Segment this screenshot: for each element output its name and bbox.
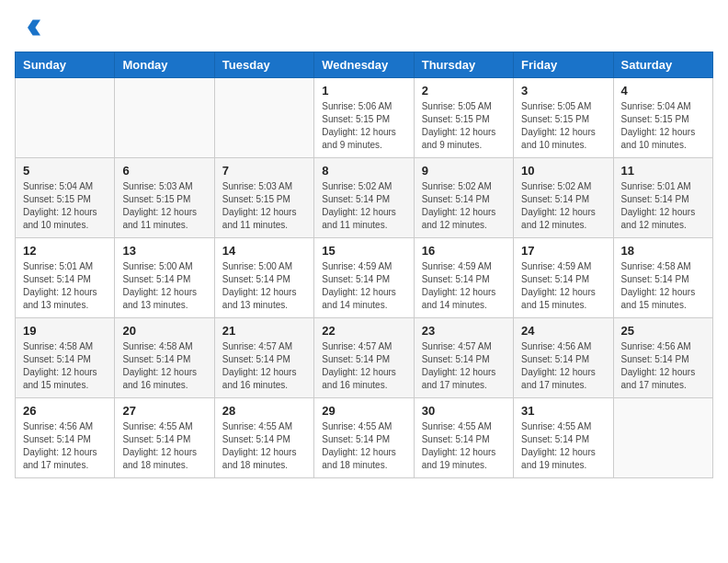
calendar-cell: 1Sunrise: 5:06 AM Sunset: 5:15 PM Daylig…	[314, 78, 414, 158]
day-info: Sunrise: 4:59 AM Sunset: 5:14 PM Dayligh…	[521, 260, 605, 312]
day-info: Sunrise: 4:57 AM Sunset: 5:14 PM Dayligh…	[422, 340, 506, 392]
calendar-cell: 10Sunrise: 5:02 AM Sunset: 5:14 PM Dayli…	[514, 158, 613, 238]
day-info: Sunrise: 5:02 AM Sunset: 5:14 PM Dayligh…	[322, 180, 405, 232]
svg-marker-0	[28, 20, 40, 36]
calendar-week-row: 12Sunrise: 5:01 AM Sunset: 5:14 PM Dayli…	[16, 238, 713, 318]
day-info: Sunrise: 5:04 AM Sunset: 5:15 PM Dayligh…	[23, 180, 107, 232]
day-info: Sunrise: 4:56 AM Sunset: 5:14 PM Dayligh…	[521, 340, 605, 392]
day-number: 30	[422, 404, 506, 418]
calendar-cell: 31Sunrise: 4:55 AM Sunset: 5:14 PM Dayli…	[514, 398, 613, 478]
day-number: 14	[222, 244, 306, 258]
day-number: 17	[521, 244, 605, 258]
calendar-cell: 24Sunrise: 4:56 AM Sunset: 5:14 PM Dayli…	[514, 318, 613, 398]
day-number: 25	[621, 324, 705, 338]
day-number: 10	[521, 164, 605, 178]
calendar-cell: 5Sunrise: 5:04 AM Sunset: 5:15 PM Daylig…	[16, 158, 115, 238]
day-number: 20	[122, 324, 206, 338]
day-info: Sunrise: 4:55 AM Sunset: 5:14 PM Dayligh…	[222, 420, 306, 472]
day-number: 1	[322, 84, 405, 98]
day-number: 18	[621, 244, 705, 258]
day-info: Sunrise: 4:58 AM Sunset: 5:14 PM Dayligh…	[23, 340, 107, 392]
calendar-cell: 21Sunrise: 4:57 AM Sunset: 5:14 PM Dayli…	[214, 318, 313, 398]
calendar-week-row: 19Sunrise: 4:58 AM Sunset: 5:14 PM Dayli…	[16, 318, 713, 398]
day-info: Sunrise: 5:00 AM Sunset: 5:14 PM Dayligh…	[122, 260, 206, 312]
calendar-cell: 20Sunrise: 4:58 AM Sunset: 5:14 PM Dayli…	[115, 318, 214, 398]
calendar-cell: 11Sunrise: 5:01 AM Sunset: 5:14 PM Dayli…	[613, 158, 712, 238]
day-info: Sunrise: 5:02 AM Sunset: 5:14 PM Dayligh…	[422, 180, 506, 232]
day-number: 8	[322, 164, 405, 178]
col-header-saturday: Saturday	[613, 52, 712, 78]
day-info: Sunrise: 4:58 AM Sunset: 5:14 PM Dayligh…	[621, 260, 705, 312]
day-number: 7	[222, 164, 306, 178]
day-info: Sunrise: 4:56 AM Sunset: 5:14 PM Dayligh…	[23, 420, 107, 472]
day-number: 29	[322, 404, 405, 418]
calendar-cell: 26Sunrise: 4:56 AM Sunset: 5:14 PM Dayli…	[16, 398, 115, 478]
calendar-cell: 8Sunrise: 5:02 AM Sunset: 5:14 PM Daylig…	[314, 158, 414, 238]
day-number: 24	[521, 324, 605, 338]
calendar-cell: 18Sunrise: 4:58 AM Sunset: 5:14 PM Dayli…	[613, 238, 712, 318]
page-header	[15, 15, 713, 40]
day-number: 11	[621, 164, 705, 178]
day-number: 12	[23, 244, 107, 258]
col-header-tuesday: Tuesday	[214, 52, 313, 78]
calendar-cell: 23Sunrise: 4:57 AM Sunset: 5:14 PM Dayli…	[414, 318, 513, 398]
day-number: 15	[322, 244, 405, 258]
col-header-friday: Friday	[514, 52, 613, 78]
calendar-week-row: 1Sunrise: 5:06 AM Sunset: 5:15 PM Daylig…	[16, 78, 713, 158]
calendar-cell: 28Sunrise: 4:55 AM Sunset: 5:14 PM Dayli…	[214, 398, 313, 478]
day-info: Sunrise: 4:56 AM Sunset: 5:14 PM Dayligh…	[621, 340, 705, 392]
calendar-cell: 25Sunrise: 4:56 AM Sunset: 5:14 PM Dayli…	[613, 318, 712, 398]
calendar-table: SundayMondayTuesdayWednesdayThursdayFrid…	[15, 52, 713, 478]
day-number: 19	[23, 324, 107, 338]
calendar-week-row: 5Sunrise: 5:04 AM Sunset: 5:15 PM Daylig…	[16, 158, 713, 238]
day-info: Sunrise: 4:59 AM Sunset: 5:14 PM Dayligh…	[322, 260, 405, 312]
day-info: Sunrise: 4:55 AM Sunset: 5:14 PM Dayligh…	[521, 420, 605, 472]
day-number: 21	[222, 324, 306, 338]
day-info: Sunrise: 4:55 AM Sunset: 5:14 PM Dayligh…	[422, 420, 506, 472]
calendar-cell: 14Sunrise: 5:00 AM Sunset: 5:14 PM Dayli…	[214, 238, 313, 318]
calendar-cell: 27Sunrise: 4:55 AM Sunset: 5:14 PM Dayli…	[115, 398, 214, 478]
day-info: Sunrise: 4:55 AM Sunset: 5:14 PM Dayligh…	[322, 420, 405, 472]
day-number: 27	[122, 404, 206, 418]
logo	[15, 15, 44, 40]
day-number: 22	[322, 324, 405, 338]
day-info: Sunrise: 4:57 AM Sunset: 5:14 PM Dayligh…	[322, 340, 405, 392]
day-info: Sunrise: 5:03 AM Sunset: 5:15 PM Dayligh…	[222, 180, 306, 232]
day-number: 26	[23, 404, 107, 418]
calendar-cell: 29Sunrise: 4:55 AM Sunset: 5:14 PM Dayli…	[314, 398, 414, 478]
calendar-cell: 22Sunrise: 4:57 AM Sunset: 5:14 PM Dayli…	[314, 318, 414, 398]
day-number: 6	[122, 164, 206, 178]
calendar-cell: 17Sunrise: 4:59 AM Sunset: 5:14 PM Dayli…	[514, 238, 613, 318]
calendar-cell: 16Sunrise: 4:59 AM Sunset: 5:14 PM Dayli…	[414, 238, 513, 318]
day-info: Sunrise: 4:57 AM Sunset: 5:14 PM Dayligh…	[222, 340, 306, 392]
col-header-monday: Monday	[115, 52, 214, 78]
calendar-cell: 7Sunrise: 5:03 AM Sunset: 5:15 PM Daylig…	[214, 158, 313, 238]
day-number: 5	[23, 164, 107, 178]
col-header-sunday: Sunday	[16, 52, 115, 78]
col-header-thursday: Thursday	[414, 52, 513, 78]
day-number: 9	[422, 164, 506, 178]
day-info: Sunrise: 5:06 AM Sunset: 5:15 PM Dayligh…	[322, 100, 405, 152]
day-info: Sunrise: 4:59 AM Sunset: 5:14 PM Dayligh…	[422, 260, 506, 312]
day-number: 4	[621, 84, 705, 98]
calendar-cell	[115, 78, 214, 158]
calendar-cell	[613, 398, 712, 478]
day-info: Sunrise: 5:02 AM Sunset: 5:14 PM Dayligh…	[521, 180, 605, 232]
calendar-cell: 15Sunrise: 4:59 AM Sunset: 5:14 PM Dayli…	[314, 238, 414, 318]
calendar-cell: 4Sunrise: 5:04 AM Sunset: 5:15 PM Daylig…	[613, 78, 712, 158]
calendar-cell: 6Sunrise: 5:03 AM Sunset: 5:15 PM Daylig…	[115, 158, 214, 238]
calendar-cell	[16, 78, 115, 158]
day-number: 23	[422, 324, 506, 338]
day-number: 28	[222, 404, 306, 418]
calendar-cell: 13Sunrise: 5:00 AM Sunset: 5:14 PM Dayli…	[115, 238, 214, 318]
calendar-cell: 2Sunrise: 5:05 AM Sunset: 5:15 PM Daylig…	[414, 78, 513, 158]
logo-icon	[15, 15, 40, 40]
day-info: Sunrise: 5:01 AM Sunset: 5:14 PM Dayligh…	[23, 260, 107, 312]
day-info: Sunrise: 5:04 AM Sunset: 5:15 PM Dayligh…	[621, 100, 705, 152]
day-info: Sunrise: 5:05 AM Sunset: 5:15 PM Dayligh…	[422, 100, 506, 152]
day-number: 31	[521, 404, 605, 418]
calendar-week-row: 26Sunrise: 4:56 AM Sunset: 5:14 PM Dayli…	[16, 398, 713, 478]
day-info: Sunrise: 4:55 AM Sunset: 5:14 PM Dayligh…	[122, 420, 206, 472]
day-info: Sunrise: 5:00 AM Sunset: 5:14 PM Dayligh…	[222, 260, 306, 312]
calendar-cell: 30Sunrise: 4:55 AM Sunset: 5:14 PM Dayli…	[414, 398, 513, 478]
